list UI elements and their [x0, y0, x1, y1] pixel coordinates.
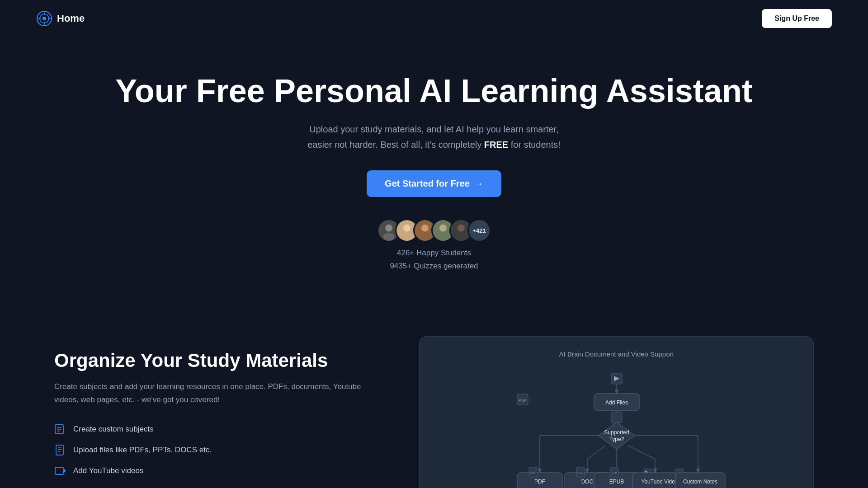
svg-text:PDF: PDF: [534, 479, 545, 485]
svg-line-44: [587, 446, 605, 459]
svg-text:DOC: DOC: [577, 471, 584, 474]
svg-text:Type?: Type?: [609, 436, 624, 442]
hero-subtitle: Upload your study materials, and let AI …: [9, 122, 859, 152]
list-item: Upload files like PDFs, PPTs, DOCS etc.: [54, 444, 383, 456]
logo[interactable]: Home: [36, 10, 85, 27]
svg-point-15: [420, 233, 431, 241]
hero-section: Your Free Personal AI Learning Assistant…: [0, 37, 868, 300]
list-item: Add YouTube videos: [54, 465, 383, 477]
svg-point-17: [439, 225, 447, 232]
features-section: Organize Your Study Materials Create sub…: [0, 300, 868, 488]
features-title: Organize Your Study Materials: [54, 350, 383, 371]
features-description: Create subjects and add your learning re…: [54, 380, 383, 407]
logo-text: Home: [57, 13, 85, 24]
svg-text:EPUB: EPUB: [609, 479, 624, 485]
svg-point-12: [401, 233, 413, 241]
logo-icon: [36, 10, 52, 27]
svg-text:Supported: Supported: [604, 429, 629, 436]
svg-rect-26: [56, 445, 63, 455]
hero-title: Your Free Personal AI Learning Assistant: [9, 73, 859, 109]
svg-marker-39: [599, 422, 635, 449]
svg-point-11: [403, 225, 410, 232]
svg-text:Add Files: Add Files: [605, 399, 628, 406]
svg-text:PDF: PDF: [519, 399, 526, 403]
svg-text:DOC: DOC: [581, 479, 593, 485]
signup-button[interactable]: Sign Up Free: [762, 9, 832, 28]
svg-marker-31: [64, 469, 66, 473]
cta-button[interactable]: Get Started for Free →: [367, 170, 501, 197]
diagram-svg-wrapper: Add Files Supported Type?: [433, 369, 800, 488]
svg-point-14: [421, 225, 429, 232]
svg-rect-30: [55, 467, 63, 474]
svg-text:PDF: PDF: [530, 471, 536, 474]
features-right: AI Brain Document and Video Support: [419, 336, 814, 488]
navbar: Home Sign Up Free: [0, 0, 868, 37]
svg-text:Custom Notes: Custom Notes: [683, 479, 717, 485]
video-icon: [54, 465, 67, 477]
stats-text: 426+ Happy Students 9435+ Quizzes genera…: [390, 247, 478, 273]
features-left: Organize Your Study Materials Create sub…: [54, 336, 383, 477]
svg-point-9: [383, 233, 395, 241]
feature-list: Create custom subjects Upload files like…: [54, 423, 383, 477]
diagram-card: AI Brain Document and Video Support: [419, 336, 814, 488]
social-proof: +421 426+ Happy Students 9435+ Quizzes g…: [9, 219, 859, 273]
svg-line-47: [628, 446, 655, 459]
svg-text:YouTube Video: YouTube Video: [641, 479, 678, 485]
svg-rect-38: [611, 412, 622, 423]
svg-point-18: [438, 233, 449, 241]
svg-point-21: [456, 233, 467, 241]
file-icon: [54, 444, 67, 456]
flowchart-svg: Add Files Supported Type?: [504, 369, 730, 488]
avatar-count: +421: [467, 219, 491, 242]
svg-point-20: [458, 225, 465, 232]
diagram-title: AI Brain Document and Video Support: [433, 350, 800, 358]
svg-point-8: [385, 225, 392, 232]
hero-free-text: FREE: [484, 140, 508, 150]
book-icon: [54, 423, 67, 436]
svg-text:EPB: EPB: [612, 471, 617, 474]
cta-arrow-icon: →: [474, 178, 483, 189]
avatars-row: +421: [377, 219, 491, 242]
list-item: Create custom subjects: [54, 423, 383, 436]
svg-point-2: [42, 17, 46, 20]
